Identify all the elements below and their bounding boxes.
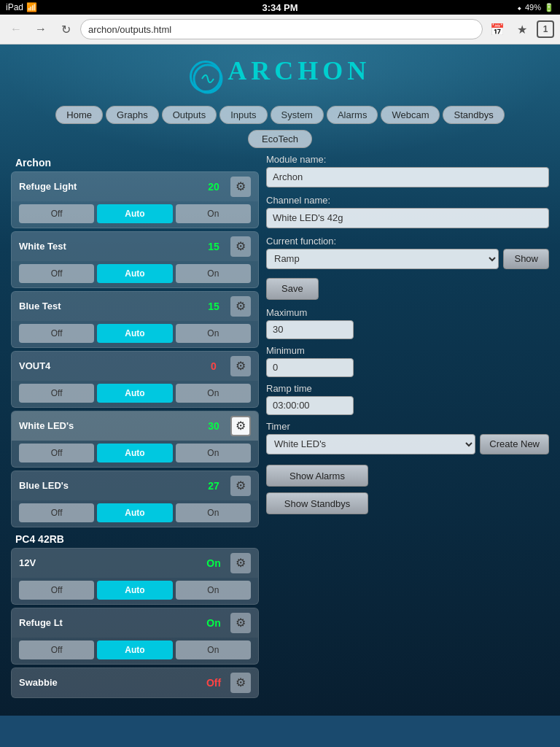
nav-graphs[interactable]: Graphs [106,106,159,124]
white-test-auto[interactable]: Auto [97,264,172,283]
nav-standbys[interactable]: Standbys [443,106,504,124]
tab-count[interactable]: 1 [537,20,554,38]
white-leds-auto[interactable]: Auto [97,444,172,462]
12v-auto[interactable]: Auto [97,581,172,600]
white-test-controls: Off Auto On [12,261,258,287]
blue-test-auto[interactable]: Auto [97,324,172,343]
blue-leds-auto[interactable]: Auto [97,503,172,522]
forward-button[interactable]: → [31,19,51,39]
channel-white-test-row: White Test 15 ⚙ [12,232,258,261]
function-row: Ramp On/Off Sine PWM Show [266,249,549,269]
nav-system[interactable]: System [271,106,324,124]
refuge-light-auto[interactable]: Auto [97,204,172,223]
swabbie-gear[interactable]: ⚙ [230,673,251,693]
white-test-on[interactable]: On [176,264,251,283]
refuge-lt-name: Refuge Lt [19,617,203,628]
bookmark-button[interactable]: ★ [512,19,532,39]
white-leds-off[interactable]: Off [19,444,94,462]
nav-outputs[interactable]: Outputs [162,106,217,124]
channel-white-test: White Test 15 ⚙ Off Auto On [11,231,259,288]
blue-test-off[interactable]: Off [19,324,94,343]
blue-test-gear[interactable]: ⚙ [230,296,251,317]
nav-home[interactable]: Home [55,106,103,124]
create-new-button[interactable]: Create New [480,434,549,454]
section-archon-title: Archon [11,154,259,171]
blue-test-controls: Off Auto On [12,321,258,347]
logo-text: ARCHON [228,56,370,85]
refuge-light-value: 20 [203,181,225,193]
channel-refuge-lt: Refuge Lt On ⚙ Off Auto On [11,608,259,665]
page-layout: Archon Refuge Light 20 ⚙ Off Auto On Whi… [0,154,560,701]
refuge-lt-on[interactable]: On [176,640,251,659]
nav-bar: Home Graphs Outputs Inputs System Alarms… [0,100,560,130]
maximum-input[interactable] [266,320,354,339]
vout4-on[interactable]: On [176,384,251,403]
12v-off[interactable]: Off [19,581,94,600]
channel-name-label: Channel name: [266,195,549,206]
refuge-lt-gear[interactable]: ⚙ [230,613,251,633]
share-button[interactable]: 📅 [487,19,508,39]
white-test-name: White Test [19,241,203,252]
refuge-light-off[interactable]: Off [19,204,94,223]
show-alarms-button[interactable]: Show Alarms [266,465,368,487]
maximum-label: Maximum [266,307,549,318]
refuge-light-on[interactable]: On [176,204,251,223]
swabbie-value: Off [203,677,225,689]
bluetooth-icon: ⬥ [517,3,522,12]
show-standbys-button[interactable]: Show Standbys [266,492,368,514]
nav-webcam[interactable]: Webcam [381,106,440,124]
logo-area: ARCHON [0,44,560,100]
blue-leds-off[interactable]: Off [19,503,94,522]
status-right: ⬥ 49% 🔋 [517,3,554,12]
swabbie-name: Swabbie [19,677,203,688]
channel-vout4-row: VOUT4 0 ⚙ [12,352,258,381]
refuge-lt-off[interactable]: Off [19,640,94,659]
nav-ecotech[interactable]: EcoTech [248,130,312,148]
12v-gear[interactable]: ⚙ [230,553,251,573]
white-test-off[interactable]: Off [19,264,94,283]
back-button[interactable]: ← [6,19,26,39]
channel-swabbie: Swabbie Off ⚙ [11,667,259,698]
blue-leds-gear[interactable]: ⚙ [230,476,251,496]
show-button[interactable]: Show [503,249,549,269]
function-select[interactable]: Ramp On/Off Sine PWM [266,249,499,269]
save-button[interactable]: Save [266,278,319,300]
channel-blue-leds: Blue LED's 27 ⚙ Off Auto On [11,471,259,527]
channel-name-input[interactable] [266,208,549,228]
timer-row: White LED's Blue LED's Refuge Light Crea… [266,434,549,454]
12v-name: 12V [19,557,203,568]
module-name-label: Module name: [266,154,549,165]
channel-refuge-light-row: Refuge Light 20 ⚙ [12,172,258,201]
refuge-light-controls: Off Auto On [12,201,258,228]
module-name-input[interactable] [266,167,549,187]
12v-on[interactable]: On [176,581,251,600]
nav-alarms[interactable]: Alarms [327,106,378,124]
12v-controls: Off Auto On [12,578,258,604]
vout4-auto[interactable]: Auto [97,384,172,403]
channel-refuge-lt-row: Refuge Lt On ⚙ [12,608,258,638]
blue-test-on[interactable]: On [176,324,251,343]
browser-chrome: ← → ↻ archon/outputs.html 📅 ★ 1 [0,15,560,44]
blue-leds-on[interactable]: On [176,503,251,522]
channel-white-leds: White LED's 30 ⚙ Off Auto On [11,411,259,468]
white-leds-gear[interactable]: ⚙ [230,416,251,436]
ramp-time-input[interactable] [266,396,354,415]
section-pc4-title: PC4 42RB [11,530,259,548]
blue-test-name: Blue Test [19,301,203,311]
channel-12v: 12V On ⚙ Off Auto On [11,548,259,605]
timer-label: Timer [266,421,549,432]
white-test-gear[interactable]: ⚙ [230,236,251,257]
white-leds-on[interactable]: On [176,444,251,462]
refuge-lt-auto[interactable]: Auto [97,640,172,659]
address-bar[interactable]: archon/outputs.html [80,19,483,39]
nav-inputs[interactable]: Inputs [219,106,267,124]
vout4-off[interactable]: Off [19,384,94,403]
refuge-lt-value: On [203,617,225,629]
timer-select[interactable]: White LED's Blue LED's Refuge Light [266,434,475,454]
minimum-input[interactable] [266,358,354,377]
refuge-light-gear[interactable]: ⚙ [230,177,251,197]
reload-button[interactable]: ↻ [55,19,76,39]
blue-leds-value: 27 [203,480,225,492]
vout4-gear[interactable]: ⚙ [230,356,251,376]
vout4-controls: Off Auto On [12,381,258,407]
